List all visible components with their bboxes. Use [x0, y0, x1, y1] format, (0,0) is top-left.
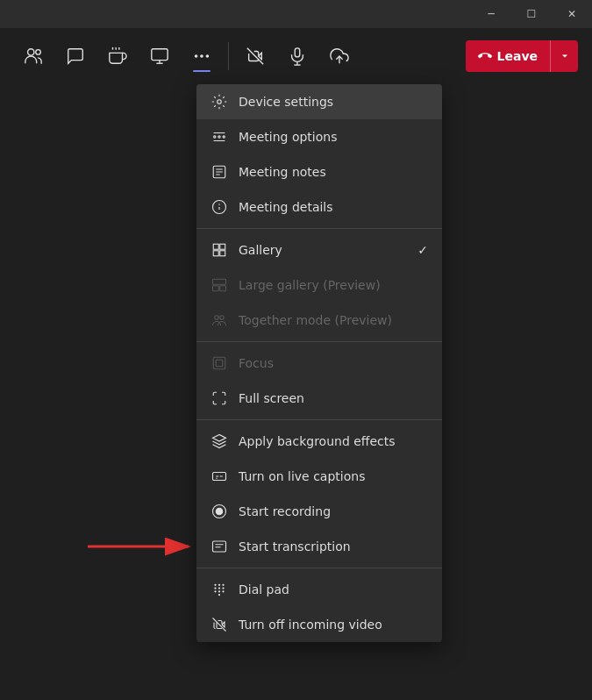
- svg-point-19: [223, 136, 225, 138]
- menu-item-dial-pad-label: Dial pad: [239, 582, 289, 596]
- arrow-indicator: [88, 533, 202, 560]
- menu-item-meeting-details-label: Meeting details: [239, 200, 333, 214]
- phone-icon: [478, 49, 492, 63]
- separator-2: [196, 341, 442, 342]
- menu-item-gallery-label: Gallery: [239, 243, 282, 257]
- share-screen-icon[interactable]: [320, 37, 359, 75]
- menu-item-together-mode[interactable]: Together mode (Preview): [196, 303, 442, 338]
- background-icon: [210, 432, 228, 450]
- menu-item-device-settings[interactable]: Device settings: [196, 84, 442, 119]
- svg-rect-12: [295, 48, 300, 57]
- svg-point-9: [200, 54, 203, 58]
- menu-item-meeting-details[interactable]: Meeting details: [196, 189, 442, 225]
- gallery-checkmark: ✓: [417, 243, 428, 257]
- minimize-button[interactable]: ─: [471, 0, 511, 28]
- svg-rect-33: [220, 286, 226, 291]
- meeting-options-icon: [210, 128, 228, 146]
- svg-rect-38: [213, 473, 226, 481]
- menu-item-meeting-options-label: Meeting options: [239, 130, 337, 144]
- svg-rect-30: [220, 251, 225, 256]
- gear-icon: [210, 93, 228, 111]
- svg-rect-27: [213, 244, 218, 249]
- svg-point-40: [216, 508, 223, 515]
- video-off-icon: [210, 616, 228, 633]
- title-bar: ─ ☐ ✕: [0, 0, 592, 28]
- menu-item-focus-label: Focus: [239, 356, 274, 370]
- svg-point-1: [36, 50, 41, 55]
- leave-dropdown-button[interactable]: [550, 40, 578, 72]
- leave-button[interactable]: Leave: [466, 40, 550, 72]
- focus-icon: [210, 354, 228, 372]
- svg-rect-32: [213, 286, 219, 291]
- menu-item-start-transcription[interactable]: Start transcription: [196, 529, 442, 564]
- menu-item-background-effects[interactable]: Apply background effects: [196, 424, 442, 459]
- svg-point-51: [218, 590, 220, 592]
- menu-item-start-recording-label: Start recording: [239, 504, 331, 518]
- svg-point-52: [222, 590, 224, 592]
- menu-item-large-gallery[interactable]: Large gallery (Preview): [196, 268, 442, 303]
- close-button[interactable]: ✕: [552, 0, 592, 28]
- menu-item-start-transcription-label: Start transcription: [239, 539, 351, 554]
- svg-point-50: [214, 590, 216, 592]
- menu-item-focus[interactable]: Focus: [196, 346, 442, 381]
- svg-rect-37: [216, 360, 223, 367]
- dialpad-icon: [210, 581, 228, 598]
- menu-item-gallery[interactable]: Gallery ✓: [196, 232, 442, 268]
- svg-point-53: [218, 594, 220, 596]
- menu-item-turn-off-video-label: Turn off incoming video: [239, 618, 382, 632]
- react-icon[interactable]: [98, 37, 137, 75]
- svg-point-8: [195, 54, 198, 58]
- menu-item-start-recording[interactable]: Start recording: [196, 494, 442, 529]
- svg-point-44: [214, 584, 216, 586]
- meeting-toolbar: Leave: [0, 28, 592, 84]
- svg-rect-28: [220, 244, 225, 249]
- svg-point-35: [220, 316, 225, 320]
- separator-4: [196, 568, 442, 568]
- toolbar-separator: [228, 42, 229, 70]
- chat-icon[interactable]: [56, 37, 95, 75]
- info-icon: [210, 198, 228, 216]
- captions-icon: [210, 468, 228, 485]
- svg-point-48: [218, 587, 220, 589]
- share-icon[interactable]: [140, 37, 179, 75]
- svg-rect-29: [213, 251, 218, 256]
- arrow-svg: [88, 533, 202, 560]
- more-options-icon[interactable]: [182, 37, 221, 75]
- gallery-icon: [210, 241, 228, 259]
- svg-point-47: [214, 587, 216, 589]
- svg-point-49: [222, 587, 224, 589]
- menu-item-meeting-notes[interactable]: Meeting notes: [196, 154, 442, 189]
- mic-icon[interactable]: [278, 37, 317, 75]
- svg-line-11: [247, 48, 263, 64]
- svg-rect-36: [213, 357, 225, 369]
- menu-item-meeting-notes-label: Meeting notes: [239, 165, 326, 179]
- record-icon: [210, 503, 228, 520]
- svg-point-46: [222, 584, 224, 586]
- menu-item-meeting-options[interactable]: Meeting options: [196, 119, 442, 154]
- video-toggle-icon[interactable]: [236, 37, 275, 75]
- menu-item-device-settings-label: Device settings: [239, 95, 333, 109]
- svg-point-17: [214, 136, 216, 138]
- menu-item-live-captions[interactable]: Turn on live captions: [196, 459, 442, 494]
- menu-item-background-effects-label: Apply background effects: [239, 434, 396, 448]
- svg-point-0: [28, 49, 34, 55]
- people-icon[interactable]: [14, 37, 53, 75]
- svg-rect-41: [213, 541, 226, 552]
- menu-item-full-screen[interactable]: Full screen: [196, 381, 442, 416]
- svg-rect-5: [152, 49, 168, 61]
- chevron-down-icon: [560, 51, 570, 61]
- fullscreen-icon: [210, 389, 228, 407]
- notes-icon: [210, 163, 228, 181]
- svg-point-45: [218, 584, 220, 586]
- transcription-icon: [210, 538, 228, 555]
- menu-item-turn-off-video[interactable]: Turn off incoming video: [196, 607, 442, 642]
- maximize-button[interactable]: ☐: [511, 0, 552, 28]
- svg-point-34: [215, 316, 219, 320]
- leave-button-group: Leave: [466, 40, 578, 72]
- separator-3: [196, 419, 442, 420]
- together-icon: [210, 311, 228, 329]
- large-gallery-icon: [210, 276, 228, 294]
- menu-item-dial-pad[interactable]: Dial pad: [196, 572, 442, 607]
- svg-point-18: [218, 136, 220, 138]
- svg-rect-31: [213, 279, 226, 284]
